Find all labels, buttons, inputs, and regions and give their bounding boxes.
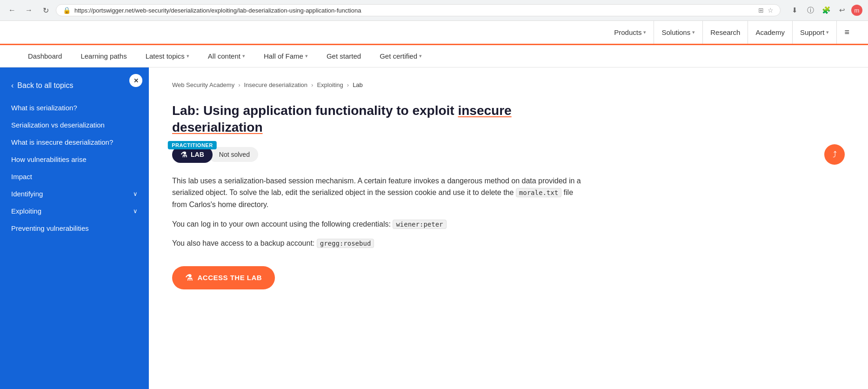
forward-button[interactable]: → xyxy=(22,4,35,17)
products-chevron-icon: ▾ xyxy=(643,29,646,35)
address-bar[interactable]: 🔒 https://portswigger.net/web-security/d… xyxy=(56,4,781,16)
breadcrumb: Web Security Academy › Insecure deserial… xyxy=(172,81,845,88)
hamburger-menu[interactable]: ≡ xyxy=(837,21,849,44)
main-content: Web Security Academy › Insecure deserial… xyxy=(149,67,868,389)
back-arrow-icon: ‹ xyxy=(11,81,13,90)
browser-chrome: ← → ↻ 🔒 https://portswigger.net/web-secu… xyxy=(0,0,868,21)
extension-icon[interactable]: 🧩 xyxy=(820,4,833,17)
sidebar-item-serialization-vs-deserialization[interactable]: Serialization vs deserialization xyxy=(0,116,149,134)
share-button[interactable]: ⤴ xyxy=(824,144,845,165)
all-content-chevron-icon: ▾ xyxy=(242,53,245,59)
nav-support[interactable]: Support ▾ xyxy=(793,21,837,44)
secondary-nav-dashboard[interactable]: Dashboard xyxy=(19,45,71,67)
lab-title: Lab: Using application functionality to … xyxy=(172,102,568,136)
download-icon[interactable]: ⬇ xyxy=(788,4,801,17)
sidebar-item-preventing-vulnerabilities[interactable]: Preventing vulnerabilities xyxy=(0,220,149,237)
secondary-nav-learning-paths[interactable]: Learning paths xyxy=(71,45,136,67)
reload-button[interactable]: ↻ xyxy=(39,4,52,17)
breadcrumb-web-security-academy[interactable]: Web Security Academy xyxy=(172,81,234,88)
access-lab-flask-icon: ⚗ xyxy=(185,273,193,283)
info-icon[interactable]: ⓘ xyxy=(804,4,817,17)
breadcrumb-sep-2: › xyxy=(311,81,313,88)
support-chevron-icon: ▾ xyxy=(826,29,829,35)
solutions-chevron-icon: ▾ xyxy=(692,29,695,35)
sidebar-item-what-is-insecure-deserialization[interactable]: What is insecure deserialization? xyxy=(0,134,149,151)
nav-academy[interactable]: Academy xyxy=(748,21,793,44)
breadcrumb-exploiting[interactable]: Exploiting xyxy=(317,81,343,88)
breadcrumb-sep-1: › xyxy=(238,81,240,88)
hamburger-icon: ≡ xyxy=(844,27,849,37)
lab-badge: PRACTITIONER ⚗ LAB xyxy=(172,147,213,163)
nav-products[interactable]: Products ▾ xyxy=(607,21,654,44)
practitioner-badge: PRACTITIONER xyxy=(168,141,217,149)
browser-toolbar-icons: ⬇ ⓘ 🧩 ↩ m xyxy=(788,4,862,17)
sidebar-close-button[interactable]: ✕ xyxy=(129,74,142,87)
breadcrumb-insecure-deserialization[interactable]: Insecure deserialization xyxy=(244,81,308,88)
sidebar-item-impact[interactable]: Impact xyxy=(0,168,149,185)
inline-code-morale: morale.txt xyxy=(516,188,561,197)
hall-of-fame-chevron-icon: ▾ xyxy=(305,53,308,59)
sidebar: ✕ ‹ Back to all topics What is serializa… xyxy=(0,67,149,389)
url-text: https://portswigger.net/web-security/des… xyxy=(74,7,754,14)
lab-description-backup: You also have access to a backup account… xyxy=(172,237,581,249)
breadcrumb-sep-3: › xyxy=(347,81,349,88)
sidebar-item-identifying[interactable]: Identifying ∨ xyxy=(0,185,149,202)
top-nav: Products ▾ Solutions ▾ Research Academy … xyxy=(0,21,868,45)
history-icon[interactable]: ↩ xyxy=(835,4,848,17)
secondary-nav-latest-topics[interactable]: Latest topics ▾ xyxy=(136,45,199,67)
secondary-nav-get-started[interactable]: Get started xyxy=(317,45,370,67)
breadcrumb-lab: Lab xyxy=(353,81,363,88)
sidebar-item-how-vulnerabilities-arise[interactable]: How vulnerabilities arise xyxy=(0,151,149,168)
exploiting-chevron-icon: ∨ xyxy=(133,208,138,215)
inline-code-wiener: wiener:peter xyxy=(393,220,446,229)
latest-topics-chevron-icon: ▾ xyxy=(187,53,189,59)
identifying-chevron-icon: ∨ xyxy=(133,190,138,197)
flask-icon: ⚗ xyxy=(180,150,187,159)
not-solved-badge[interactable]: Not solved xyxy=(208,147,258,162)
lab-description-1: This lab uses a serialization-based sess… xyxy=(172,175,581,211)
access-lab-button[interactable]: ⚗ ACCESS THE LAB xyxy=(172,266,275,289)
inline-code-gregg: gregg:rosebud xyxy=(317,239,374,248)
sidebar-back-link[interactable]: ‹ Back to all topics xyxy=(0,77,149,99)
sidebar-item-exploiting[interactable]: Exploiting ∨ xyxy=(0,202,149,220)
main-layout: ✕ ‹ Back to all topics What is serializa… xyxy=(0,67,868,389)
secondary-nav: Dashboard Learning paths Latest topics ▾… xyxy=(0,45,868,67)
lab-badge-row: PRACTITIONER ⚗ LAB Not solved ⤴ xyxy=(172,147,845,163)
back-button[interactable]: ← xyxy=(6,4,19,17)
profile-avatar: m xyxy=(851,5,862,16)
nav-solutions[interactable]: Solutions ▾ xyxy=(654,21,703,44)
secondary-nav-get-certified[interactable]: Get certified ▾ xyxy=(370,45,431,67)
secondary-nav-all-content[interactable]: All content ▾ xyxy=(199,45,254,67)
sidebar-item-what-is-serialization[interactable]: What is serialization? xyxy=(0,99,149,116)
nav-research[interactable]: Research xyxy=(703,21,748,44)
share-icon: ⤴ xyxy=(833,150,837,160)
secondary-nav-hall-of-fame[interactable]: Hall of Fame ▾ xyxy=(254,45,317,67)
get-certified-chevron-icon: ▾ xyxy=(419,53,422,59)
lab-description-credentials: You can log in to your own account using… xyxy=(172,218,581,230)
